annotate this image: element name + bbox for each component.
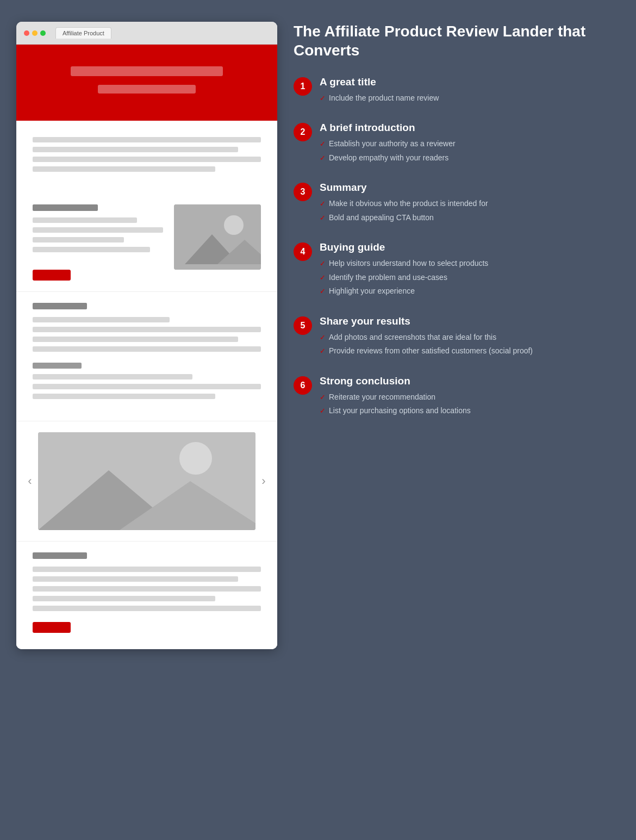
carousel-next-button[interactable]: › xyxy=(255,474,272,488)
section-results: ‹ › xyxy=(16,421,277,541)
conclusion-cta-button xyxy=(33,622,71,633)
annotation-item: ✓ Develop empathy with your readers xyxy=(320,153,620,164)
annotation-number-3: 3 xyxy=(294,183,312,201)
check-icon: ✓ xyxy=(320,273,326,283)
intro-text-lines xyxy=(33,137,261,172)
summary-image xyxy=(174,204,261,270)
annotation-title-2: A brief introduction xyxy=(320,122,620,134)
annotation-content-4: Buying guide ✓ Help visitors understand … xyxy=(320,241,620,300)
annotation-title-4: Buying guide xyxy=(320,241,620,254)
text-line xyxy=(33,137,261,142)
text-line xyxy=(33,384,261,389)
hero-title-bar xyxy=(71,66,223,76)
conclusion-header-bar xyxy=(33,552,87,559)
annotation-6: 6 Strong conclusion ✓ Reiterate your rec… xyxy=(288,375,620,420)
text-line xyxy=(33,394,215,399)
check-icon: ✓ xyxy=(320,346,326,356)
annotation-content-6: Strong conclusion ✓ Reiterate your recom… xyxy=(320,375,620,420)
buying-text-lines xyxy=(33,317,261,352)
section-intro xyxy=(16,121,277,194)
carousel-mountain-icon xyxy=(38,432,255,530)
check-icon: ✓ xyxy=(320,94,326,103)
section-summary xyxy=(16,194,277,291)
annotation-item: ✓ Include the product name review xyxy=(320,93,620,104)
annotation-5: 5 Share your results ✓ Add photos and sc… xyxy=(288,315,620,360)
annotation-item: ✓ Provide reviews from other satisfied c… xyxy=(320,346,620,357)
annotation-item: ✓ Help visitors understand how to select… xyxy=(320,258,620,269)
text-line xyxy=(33,237,124,242)
annotation-item: ✓ Identify the problem and use-cases xyxy=(320,272,620,283)
check-icon: ✓ xyxy=(320,406,326,416)
browser-content: ‹ › xyxy=(16,45,277,649)
text-line xyxy=(33,576,238,582)
conclusion-text-lines xyxy=(33,567,261,611)
buying-sub-text-lines xyxy=(33,374,261,399)
browser-mockup: Affiliate Product xyxy=(16,22,277,649)
section-buying xyxy=(16,291,277,421)
check-icon: ✓ xyxy=(320,287,326,296)
annotation-number-2: 2 xyxy=(294,123,312,141)
check-icon: ✓ xyxy=(320,333,326,343)
annotation-item: ✓ Make it obvious who the product is int… xyxy=(320,198,620,209)
text-line xyxy=(33,166,215,172)
annotation-2: 2 A brief introduction ✓ Establish your … xyxy=(288,122,620,166)
annotation-title-1: A great title xyxy=(320,76,620,89)
annotation-item: ✓ List your purchasing options and locat… xyxy=(320,406,620,416)
mountain-icon xyxy=(174,204,261,270)
text-line xyxy=(33,374,192,379)
text-line xyxy=(33,567,261,572)
hero-section xyxy=(16,45,277,121)
text-line xyxy=(33,596,215,601)
annotation-4: 4 Buying guide ✓ Help visitors understan… xyxy=(288,241,620,300)
annotation-title-6: Strong conclusion xyxy=(320,375,620,388)
check-icon: ✓ xyxy=(320,139,326,149)
text-line xyxy=(33,217,137,223)
section-conclusion xyxy=(16,541,277,649)
text-line xyxy=(33,346,261,352)
text-line xyxy=(33,147,238,152)
check-icon: ✓ xyxy=(320,153,326,163)
buying-header-bar xyxy=(33,303,87,309)
annotation-content-3: Summary ✓ Make it obvious who the produc… xyxy=(320,182,620,226)
check-icon: ✓ xyxy=(320,393,326,402)
summary-heading-bar xyxy=(33,204,98,211)
carousel-prev-button[interactable]: ‹ xyxy=(22,474,38,488)
annotation-item: ✓ Bold and appealing CTA button xyxy=(320,213,620,223)
summary-left xyxy=(33,204,163,281)
annotation-3: 3 Summary ✓ Make it obvious who the prod… xyxy=(288,182,620,226)
browser-toolbar: Affiliate Product xyxy=(16,22,277,45)
annotation-item: ✓ Establish your authority as a reviewer xyxy=(320,139,620,150)
annotation-number-4: 4 xyxy=(294,242,312,261)
check-icon: ✓ xyxy=(320,259,326,269)
summary-text-lines xyxy=(33,217,163,252)
maximize-circle xyxy=(40,30,46,36)
svg-point-1 xyxy=(224,215,244,235)
svg-point-5 xyxy=(179,442,212,475)
page-title: The Affiliate Product Review Lander that… xyxy=(288,22,620,60)
annotation-title-5: Share your results xyxy=(320,315,620,328)
browser-tab[interactable]: Affiliate Product xyxy=(55,27,111,39)
annotation-number-5: 5 xyxy=(294,316,312,335)
text-line xyxy=(33,317,170,322)
annotation-1: 1 A great title ✓ Include the product na… xyxy=(288,76,620,107)
left-panel: Affiliate Product xyxy=(16,22,277,649)
annotation-content-5: Share your results ✓ Add photos and scre… xyxy=(320,315,620,360)
annotation-number-6: 6 xyxy=(294,376,312,395)
check-icon: ✓ xyxy=(320,213,326,223)
text-line xyxy=(33,586,261,592)
close-circle xyxy=(24,30,29,36)
buying-sub-section xyxy=(33,363,261,399)
text-line xyxy=(33,327,261,332)
text-line xyxy=(33,337,238,342)
check-icon: ✓ xyxy=(320,199,326,209)
summary-right xyxy=(174,204,261,270)
annotation-item: ✓ Highlight your experience xyxy=(320,286,620,297)
annotation-item: ✓ Add photos and screenshots that are id… xyxy=(320,332,620,343)
hero-subtitle-bar xyxy=(98,85,196,94)
text-line xyxy=(33,157,261,162)
annotation-content-1: A great title ✓ Include the product name… xyxy=(320,76,620,107)
minimize-circle xyxy=(32,30,38,36)
main-wrapper: Affiliate Product xyxy=(16,22,620,649)
text-line xyxy=(33,247,150,252)
cta-button-placeholder xyxy=(33,270,71,281)
